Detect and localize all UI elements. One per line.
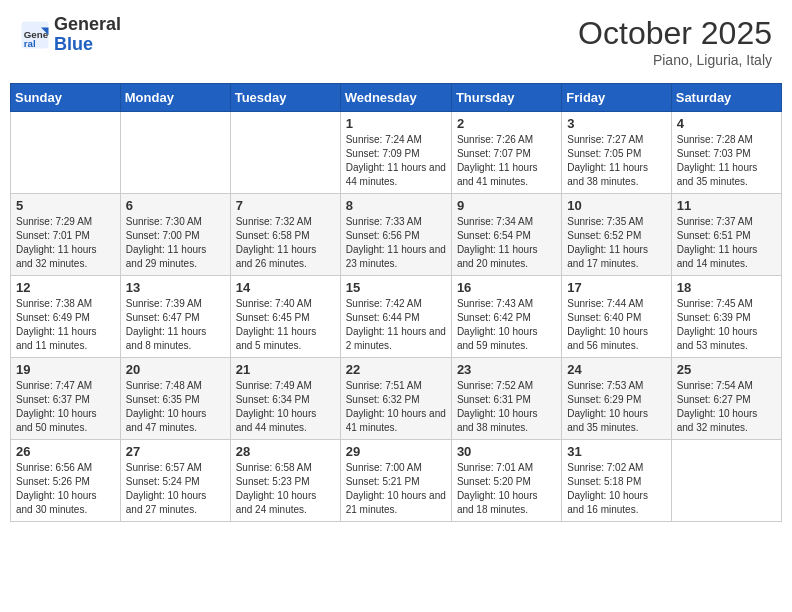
weekday-header-sunday: Sunday bbox=[11, 84, 121, 112]
calendar-week-row: 19Sunrise: 7:47 AM Sunset: 6:37 PM Dayli… bbox=[11, 358, 782, 440]
calendar-cell: 29Sunrise: 7:00 AM Sunset: 5:21 PM Dayli… bbox=[340, 440, 451, 522]
weekday-header-friday: Friday bbox=[562, 84, 671, 112]
day-info: Sunrise: 7:42 AM Sunset: 6:44 PM Dayligh… bbox=[346, 297, 446, 353]
day-info: Sunrise: 7:53 AM Sunset: 6:29 PM Dayligh… bbox=[567, 379, 665, 435]
day-info: Sunrise: 7:45 AM Sunset: 6:39 PM Dayligh… bbox=[677, 297, 776, 353]
calendar-cell: 28Sunrise: 6:58 AM Sunset: 5:23 PM Dayli… bbox=[230, 440, 340, 522]
calendar-cell: 8Sunrise: 7:33 AM Sunset: 6:56 PM Daylig… bbox=[340, 194, 451, 276]
day-info: Sunrise: 7:40 AM Sunset: 6:45 PM Dayligh… bbox=[236, 297, 335, 353]
calendar-cell bbox=[120, 112, 230, 194]
day-number: 10 bbox=[567, 198, 665, 213]
weekday-header-monday: Monday bbox=[120, 84, 230, 112]
day-number: 31 bbox=[567, 444, 665, 459]
day-info: Sunrise: 7:43 AM Sunset: 6:42 PM Dayligh… bbox=[457, 297, 556, 353]
calendar-cell: 23Sunrise: 7:52 AM Sunset: 6:31 PM Dayli… bbox=[451, 358, 561, 440]
day-info: Sunrise: 7:48 AM Sunset: 6:35 PM Dayligh… bbox=[126, 379, 225, 435]
calendar-cell: 13Sunrise: 7:39 AM Sunset: 6:47 PM Dayli… bbox=[120, 276, 230, 358]
calendar-cell: 25Sunrise: 7:54 AM Sunset: 6:27 PM Dayli… bbox=[671, 358, 781, 440]
calendar-week-row: 26Sunrise: 6:56 AM Sunset: 5:26 PM Dayli… bbox=[11, 440, 782, 522]
weekday-header-tuesday: Tuesday bbox=[230, 84, 340, 112]
day-number: 24 bbox=[567, 362, 665, 377]
day-info: Sunrise: 7:33 AM Sunset: 6:56 PM Dayligh… bbox=[346, 215, 446, 271]
day-info: Sunrise: 7:29 AM Sunset: 7:01 PM Dayligh… bbox=[16, 215, 115, 271]
calendar-cell: 22Sunrise: 7:51 AM Sunset: 6:32 PM Dayli… bbox=[340, 358, 451, 440]
day-number: 21 bbox=[236, 362, 335, 377]
calendar-cell: 7Sunrise: 7:32 AM Sunset: 6:58 PM Daylig… bbox=[230, 194, 340, 276]
calendar-cell: 12Sunrise: 7:38 AM Sunset: 6:49 PM Dayli… bbox=[11, 276, 121, 358]
day-info: Sunrise: 7:49 AM Sunset: 6:34 PM Dayligh… bbox=[236, 379, 335, 435]
calendar-cell: 4Sunrise: 7:28 AM Sunset: 7:03 PM Daylig… bbox=[671, 112, 781, 194]
day-number: 25 bbox=[677, 362, 776, 377]
day-number: 11 bbox=[677, 198, 776, 213]
day-number: 16 bbox=[457, 280, 556, 295]
day-number: 17 bbox=[567, 280, 665, 295]
calendar-cell: 2Sunrise: 7:26 AM Sunset: 7:07 PM Daylig… bbox=[451, 112, 561, 194]
title-block: October 2025 Piano, Liguria, Italy bbox=[578, 15, 772, 68]
svg-text:ral: ral bbox=[24, 38, 36, 49]
day-info: Sunrise: 7:00 AM Sunset: 5:21 PM Dayligh… bbox=[346, 461, 446, 517]
calendar-cell: 30Sunrise: 7:01 AM Sunset: 5:20 PM Dayli… bbox=[451, 440, 561, 522]
day-number: 15 bbox=[346, 280, 446, 295]
day-info: Sunrise: 7:52 AM Sunset: 6:31 PM Dayligh… bbox=[457, 379, 556, 435]
day-number: 29 bbox=[346, 444, 446, 459]
day-info: Sunrise: 7:26 AM Sunset: 7:07 PM Dayligh… bbox=[457, 133, 556, 189]
calendar-cell: 6Sunrise: 7:30 AM Sunset: 7:00 PM Daylig… bbox=[120, 194, 230, 276]
logo: Gene ral General Blue bbox=[20, 15, 121, 55]
day-info: Sunrise: 6:56 AM Sunset: 5:26 PM Dayligh… bbox=[16, 461, 115, 517]
calendar-week-row: 1Sunrise: 7:24 AM Sunset: 7:09 PM Daylig… bbox=[11, 112, 782, 194]
logo-general-text: General bbox=[54, 15, 121, 35]
day-info: Sunrise: 7:47 AM Sunset: 6:37 PM Dayligh… bbox=[16, 379, 115, 435]
day-number: 23 bbox=[457, 362, 556, 377]
calendar-cell: 27Sunrise: 6:57 AM Sunset: 5:24 PM Dayli… bbox=[120, 440, 230, 522]
day-number: 19 bbox=[16, 362, 115, 377]
day-info: Sunrise: 7:54 AM Sunset: 6:27 PM Dayligh… bbox=[677, 379, 776, 435]
calendar-cell: 16Sunrise: 7:43 AM Sunset: 6:42 PM Dayli… bbox=[451, 276, 561, 358]
day-info: Sunrise: 7:02 AM Sunset: 5:18 PM Dayligh… bbox=[567, 461, 665, 517]
day-number: 5 bbox=[16, 198, 115, 213]
day-info: Sunrise: 6:58 AM Sunset: 5:23 PM Dayligh… bbox=[236, 461, 335, 517]
calendar-cell: 10Sunrise: 7:35 AM Sunset: 6:52 PM Dayli… bbox=[562, 194, 671, 276]
day-number: 6 bbox=[126, 198, 225, 213]
weekday-header-saturday: Saturday bbox=[671, 84, 781, 112]
calendar-cell: 15Sunrise: 7:42 AM Sunset: 6:44 PM Dayli… bbox=[340, 276, 451, 358]
day-number: 14 bbox=[236, 280, 335, 295]
day-info: Sunrise: 7:28 AM Sunset: 7:03 PM Dayligh… bbox=[677, 133, 776, 189]
calendar-week-row: 5Sunrise: 7:29 AM Sunset: 7:01 PM Daylig… bbox=[11, 194, 782, 276]
day-number: 12 bbox=[16, 280, 115, 295]
logo-text: General Blue bbox=[54, 15, 121, 55]
day-info: Sunrise: 7:38 AM Sunset: 6:49 PM Dayligh… bbox=[16, 297, 115, 353]
logo-blue-text: Blue bbox=[54, 35, 121, 55]
day-info: Sunrise: 7:30 AM Sunset: 7:00 PM Dayligh… bbox=[126, 215, 225, 271]
day-info: Sunrise: 7:24 AM Sunset: 7:09 PM Dayligh… bbox=[346, 133, 446, 189]
day-number: 13 bbox=[126, 280, 225, 295]
day-number: 30 bbox=[457, 444, 556, 459]
calendar-cell: 1Sunrise: 7:24 AM Sunset: 7:09 PM Daylig… bbox=[340, 112, 451, 194]
day-info: Sunrise: 7:32 AM Sunset: 6:58 PM Dayligh… bbox=[236, 215, 335, 271]
day-number: 22 bbox=[346, 362, 446, 377]
day-info: Sunrise: 7:35 AM Sunset: 6:52 PM Dayligh… bbox=[567, 215, 665, 271]
day-info: Sunrise: 7:39 AM Sunset: 6:47 PM Dayligh… bbox=[126, 297, 225, 353]
calendar-table: SundayMondayTuesdayWednesdayThursdayFrid… bbox=[10, 83, 782, 522]
calendar-week-row: 12Sunrise: 7:38 AM Sunset: 6:49 PM Dayli… bbox=[11, 276, 782, 358]
day-number: 3 bbox=[567, 116, 665, 131]
weekday-header-wednesday: Wednesday bbox=[340, 84, 451, 112]
calendar-cell bbox=[230, 112, 340, 194]
day-info: Sunrise: 7:27 AM Sunset: 7:05 PM Dayligh… bbox=[567, 133, 665, 189]
day-number: 26 bbox=[16, 444, 115, 459]
calendar-cell bbox=[671, 440, 781, 522]
day-info: Sunrise: 7:34 AM Sunset: 6:54 PM Dayligh… bbox=[457, 215, 556, 271]
day-number: 27 bbox=[126, 444, 225, 459]
day-number: 9 bbox=[457, 198, 556, 213]
day-number: 20 bbox=[126, 362, 225, 377]
day-info: Sunrise: 6:57 AM Sunset: 5:24 PM Dayligh… bbox=[126, 461, 225, 517]
month-title: October 2025 bbox=[578, 15, 772, 52]
logo-icon: Gene ral bbox=[20, 20, 50, 50]
day-number: 18 bbox=[677, 280, 776, 295]
weekday-header-thursday: Thursday bbox=[451, 84, 561, 112]
calendar-cell: 9Sunrise: 7:34 AM Sunset: 6:54 PM Daylig… bbox=[451, 194, 561, 276]
calendar-cell: 21Sunrise: 7:49 AM Sunset: 6:34 PM Dayli… bbox=[230, 358, 340, 440]
day-number: 2 bbox=[457, 116, 556, 131]
day-info: Sunrise: 7:44 AM Sunset: 6:40 PM Dayligh… bbox=[567, 297, 665, 353]
calendar-cell: 18Sunrise: 7:45 AM Sunset: 6:39 PM Dayli… bbox=[671, 276, 781, 358]
calendar-cell: 17Sunrise: 7:44 AM Sunset: 6:40 PM Dayli… bbox=[562, 276, 671, 358]
